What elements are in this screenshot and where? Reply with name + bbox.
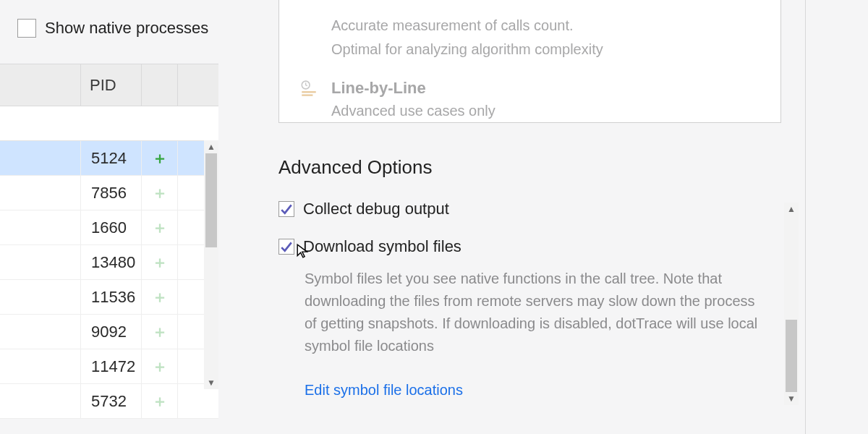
attach-icon[interactable]: ＋ bbox=[142, 176, 178, 210]
table-row[interactable]: 7856＋ bbox=[0, 176, 218, 210]
cell-name bbox=[0, 141, 81, 175]
tracing-icon bbox=[299, 12, 320, 60]
panel-divider bbox=[805, 0, 806, 434]
cell-name bbox=[0, 349, 81, 383]
panel-scroll-up-icon[interactable]: ▲ bbox=[787, 203, 796, 216]
cell-name bbox=[0, 384, 81, 418]
col-attach[interactable] bbox=[142, 64, 178, 106]
cell-name bbox=[0, 210, 81, 244]
cell-pid: 11472 bbox=[81, 349, 142, 383]
svg-rect-1 bbox=[302, 91, 316, 93]
cell-pid: 1660 bbox=[81, 210, 142, 244]
table-row[interactable]: 5732＋ bbox=[0, 384, 218, 419]
table-scrollbar[interactable]: ▲ ▼ bbox=[204, 140, 218, 389]
process-panel: Show native processes PID 5124＋7856＋1660… bbox=[0, 0, 242, 434]
cell-name bbox=[0, 315, 81, 349]
advanced-options-title: Advanced Options bbox=[278, 156, 432, 179]
tracing-desc-1: Accurate measurement of calls count. bbox=[331, 15, 603, 36]
table-row[interactable]: 11472＋ bbox=[0, 349, 218, 384]
table-row[interactable]: 9092＋ bbox=[0, 315, 218, 349]
scroll-up-icon[interactable]: ▲ bbox=[207, 140, 216, 153]
scroll-down-icon[interactable]: ▼ bbox=[207, 376, 216, 389]
table-row[interactable]: 11536＋ bbox=[0, 280, 218, 315]
cell-name bbox=[0, 176, 81, 210]
linebyline-sub: Advanced use cases only bbox=[331, 101, 495, 122]
show-native-checkbox[interactable] bbox=[17, 19, 36, 38]
svg-rect-2 bbox=[302, 95, 312, 96]
cell-pid: 11536 bbox=[81, 280, 142, 314]
table-row[interactable]: 13480＋ bbox=[0, 245, 218, 280]
panel-scrollbar[interactable]: ▲ ▼ bbox=[784, 203, 799, 405]
panel-scroll-track[interactable] bbox=[784, 216, 799, 392]
download-symbols-desc: Symbol files let you see native function… bbox=[305, 268, 760, 357]
download-symbols-label: Download symbol files bbox=[303, 237, 461, 256]
cell-pid: 5124 bbox=[81, 141, 142, 175]
cell-pid: 5732 bbox=[81, 384, 142, 418]
linebyline-option[interactable]: Line-by-Line Advanced use cases only bbox=[279, 67, 780, 129]
attach-icon[interactable]: ＋ bbox=[142, 349, 178, 383]
collect-debug-checkbox[interactable] bbox=[278, 201, 294, 217]
cell-pid: 9092 bbox=[81, 315, 142, 349]
tracing-option[interactable]: Accurate measurement of calls count. Opt… bbox=[279, 5, 780, 67]
edit-symbol-locations-link[interactable]: Edit symbol file locations bbox=[305, 382, 463, 399]
attach-icon[interactable]: ＋ bbox=[142, 384, 178, 418]
col-name[interactable] bbox=[0, 64, 81, 106]
collect-debug-label: Collect debug output bbox=[303, 200, 449, 218]
options-panel: Accurate measurement of calls count. Opt… bbox=[242, 0, 868, 434]
attach-icon[interactable]: ＋ bbox=[142, 280, 178, 314]
tracing-desc-2: Optimal for analyzing algorithm complexi… bbox=[331, 39, 603, 60]
attach-icon[interactable]: ＋ bbox=[142, 141, 178, 175]
col-pid[interactable]: PID bbox=[81, 64, 142, 106]
filter-row[interactable] bbox=[0, 106, 218, 141]
panel-scroll-down-icon[interactable]: ▼ bbox=[787, 392, 796, 405]
attach-icon[interactable]: ＋ bbox=[142, 210, 178, 244]
profiling-type-box: Accurate measurement of calls count. Opt… bbox=[278, 0, 781, 123]
attach-icon[interactable]: ＋ bbox=[142, 245, 178, 279]
linebyline-title: Line-by-Line bbox=[331, 79, 495, 98]
table-row[interactable]: 1660＋ bbox=[0, 210, 218, 245]
scroll-track[interactable] bbox=[204, 153, 218, 376]
linebyline-icon bbox=[299, 79, 320, 122]
table-header: PID bbox=[0, 64, 218, 106]
panel-scroll-thumb[interactable] bbox=[786, 320, 797, 392]
process-table: PID 5124＋7856＋1660＋13480＋11536＋9092＋1147… bbox=[0, 64, 218, 407]
cell-pid: 13480 bbox=[81, 245, 142, 279]
cell-name bbox=[0, 280, 81, 314]
cell-pid: 7856 bbox=[81, 176, 142, 210]
scroll-thumb[interactable] bbox=[205, 153, 217, 247]
table-row[interactable]: 5124＋ bbox=[0, 141, 218, 176]
download-symbols-checkbox[interactable] bbox=[278, 239, 294, 255]
cell-name bbox=[0, 245, 81, 279]
show-native-label: Show native processes bbox=[45, 19, 208, 38]
attach-icon[interactable]: ＋ bbox=[142, 315, 178, 349]
